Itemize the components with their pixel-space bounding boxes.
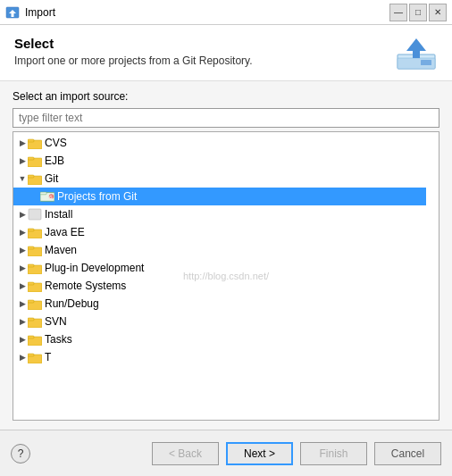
arrow-tasks: ▶ <box>17 334 28 345</box>
arrow-rundebug: ▶ <box>17 298 28 309</box>
cancel-button[interactable]: Cancel <box>374 442 441 465</box>
header-text: Select Import one or more projects from … <box>14 36 253 67</box>
svg-rect-24 <box>28 282 34 285</box>
arrow-install: ▶ <box>17 209 28 220</box>
svg-text:G: G <box>49 196 53 200</box>
icon-plugin <box>28 262 42 274</box>
label-tasks: Tasks <box>45 333 72 346</box>
svg-rect-13 <box>40 192 46 195</box>
icon-remote <box>28 280 42 292</box>
arrow-plugin: ▶ <box>17 263 28 273</box>
svg-rect-26 <box>28 300 34 303</box>
icon-tasks <box>28 333 42 346</box>
label-plugin: Plug-in Development <box>45 262 144 274</box>
svg-rect-5 <box>421 60 431 65</box>
help-button[interactable]: ? <box>11 444 30 463</box>
svg-rect-28 <box>28 318 34 321</box>
tree-item-maven[interactable]: ▶ Maven <box>13 241 426 259</box>
import-title-icon <box>5 5 20 20</box>
label-javaee: Java EE <box>45 226 85 238</box>
label-rundebug: Run/Debug <box>45 297 99 310</box>
icon-tmore <box>28 351 42 363</box>
tree-item-tasks[interactable]: ▶ Tasks <box>13 330 426 348</box>
label-cvs: CVS <box>45 137 67 149</box>
tree-item-svn[interactable]: ▶ SVN <box>13 313 426 330</box>
label-ejb: EJB <box>45 154 64 167</box>
svg-rect-9 <box>28 157 34 160</box>
icon-ejb <box>28 154 42 167</box>
svg-rect-18 <box>28 229 34 231</box>
tree-item-git-projects[interactable]: G Projects from Git <box>13 188 426 205</box>
maximize-button[interactable]: □ <box>409 4 427 21</box>
arrow-cvs: ▶ <box>17 138 28 148</box>
tree-item-ejb[interactable]: ▶ EJB <box>13 152 426 170</box>
next-button[interactable]: Next > <box>226 442 293 465</box>
svg-rect-32 <box>28 354 34 356</box>
title-bar-controls[interactable]: — □ ✕ <box>389 4 447 21</box>
arrow-git-projects <box>29 191 40 202</box>
label-maven: Maven <box>45 244 77 256</box>
icon-svn <box>28 315 42 328</box>
dialog-body: Select Import one or more projects from … <box>0 25 452 430</box>
svg-rect-7 <box>28 139 34 142</box>
label-remote: Remote Systems <box>45 280 126 292</box>
tree-item-tmore[interactable]: ▶ T <box>13 348 426 366</box>
minimize-button[interactable]: — <box>389 4 407 21</box>
svg-rect-11 <box>28 175 34 178</box>
icon-install <box>28 208 42 221</box>
label-git-projects: Projects from Git <box>57 190 137 203</box>
import-source-label: Select an import source: <box>13 90 439 103</box>
tree-item-remote[interactable]: ▶ Remote Systems <box>13 277 426 295</box>
title-bar-left: Import <box>5 5 55 20</box>
header-section: Select Import one or more projects from … <box>0 25 452 81</box>
title-bar: Import — □ ✕ <box>0 0 452 25</box>
arrow-svn: ▶ <box>17 316 28 327</box>
icon-rundebug <box>28 297 42 310</box>
header-description: Import one or more projects from a Git R… <box>14 54 253 67</box>
icon-maven <box>28 244 42 256</box>
tree-item-install[interactable]: ▶Install <box>13 205 426 223</box>
arrow-remote: ▶ <box>17 280 28 291</box>
tree-item-javaee[interactable]: ▶ Java EE <box>13 223 426 241</box>
import-source-area: Select an import source: ▶ CVS▶ EJB▼ Git… <box>0 81 452 430</box>
arrow-git: ▼ <box>17 173 28 184</box>
tree-item-cvs[interactable]: ▶ CVS <box>13 134 426 152</box>
label-svn: SVN <box>45 315 67 328</box>
title-bar-text: Import <box>25 6 55 19</box>
arrow-tmore: ▶ <box>17 352 28 363</box>
tree-scrollable[interactable]: ▶ CVS▶ EJB▼ Git G Projects from Git▶Inst… <box>13 132 439 420</box>
label-tmore: T <box>45 351 51 363</box>
arrow-javaee: ▶ <box>17 227 28 238</box>
svg-rect-30 <box>28 336 34 338</box>
icon-cvs <box>28 137 42 149</box>
icon-git <box>28 172 42 185</box>
arrow-maven: ▶ <box>17 245 28 255</box>
back-button[interactable]: < Back <box>152 442 219 465</box>
tree-item-rundebug[interactable]: ▶ Run/Debug <box>13 295 426 313</box>
tree-item-plugin[interactable]: ▶ Plug-in Development <box>13 259 426 277</box>
icon-git-projects: G <box>40 190 54 203</box>
label-install: Install <box>45 208 72 221</box>
icon-javaee <box>28 226 42 238</box>
git-import-header-icon <box>395 36 438 71</box>
tree-item-git[interactable]: ▼ Git <box>13 170 426 188</box>
filter-input[interactable] <box>13 108 439 128</box>
footer: ? < Back Next > Finish Cancel <box>0 430 452 476</box>
svg-rect-16 <box>29 209 41 220</box>
tree-container: ▶ CVS▶ EJB▼ Git G Projects from Git▶Inst… <box>13 131 439 421</box>
svg-rect-22 <box>28 264 34 267</box>
finish-button[interactable]: Finish <box>300 442 367 465</box>
svg-rect-20 <box>28 246 34 249</box>
label-git: Git <box>45 172 58 185</box>
header-title: Select <box>14 36 253 51</box>
close-button[interactable]: ✕ <box>429 4 447 21</box>
arrow-ejb: ▶ <box>17 155 28 166</box>
